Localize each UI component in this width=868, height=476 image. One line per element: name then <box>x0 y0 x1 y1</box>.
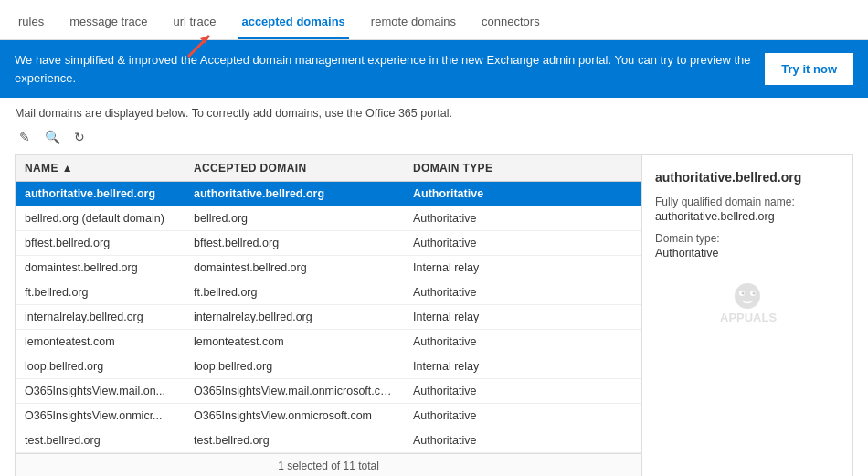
table-row[interactable]: authoritative.bellred.org authoritative.… <box>16 182 641 206</box>
detail-panel: authoritative.bellred.org Fully qualifie… <box>642 155 852 476</box>
cell-name: bftest.bellred.org <box>16 231 185 255</box>
cell-type: Authoritative <box>404 330 641 354</box>
sort-icon: ▲ <box>62 162 73 175</box>
cell-domain: O365InsightsView.onmicrosoft.com <box>185 404 404 428</box>
table-row[interactable]: test.bellred.org test.bellred.org Author… <box>16 428 641 453</box>
cell-domain: O365InsightsView.mail.onmicrosoft.com <box>185 379 404 403</box>
cell-domain: bftest.bellred.org <box>185 231 404 255</box>
cell-type: Authoritative <box>404 280 641 304</box>
appuals-watermark: APPUALS <box>655 278 840 326</box>
arrow-indicator <box>184 31 220 58</box>
domains-table: NAME ▲ ACCEPTED DOMAIN DOMAIN TYPE autho… <box>16 155 642 476</box>
fqdn-value: authoritative.bellred.org <box>655 210 840 223</box>
table-row[interactable]: loop.bellred.org loop.bellred.org Intern… <box>16 354 641 379</box>
fqdn-label: Fully qualified domain name: <box>655 196 840 208</box>
cell-name: O365InsightsView.mail.on... <box>16 379 185 403</box>
table-row[interactable]: lemonteatest.com lemonteatest.com Author… <box>16 330 641 354</box>
table-row[interactable]: O365InsightsView.mail.on... O365Insights… <box>16 379 641 404</box>
cell-type: Internal relay <box>404 256 641 280</box>
edit-button[interactable]: ✎ <box>15 127 35 147</box>
table-row[interactable]: ft.bellred.org ft.bellred.org Authoritat… <box>16 280 641 305</box>
cell-name: bellred.org (default domain) <box>16 206 185 230</box>
nav-tabs: rules message trace url trace accepted d… <box>0 0 868 40</box>
cell-domain: authoritative.bellred.org <box>185 182 404 206</box>
cell-name: test.bellred.org <box>16 428 185 452</box>
cell-name: authoritative.bellred.org <box>16 182 185 206</box>
cell-name: lemonteatest.com <box>16 330 185 354</box>
table-row[interactable]: domaintest.bellred.org domaintest.bellre… <box>16 256 641 280</box>
content-area: Mail domains are displayed below. To cor… <box>0 98 868 476</box>
info-banner: We have simplified & improved the Accept… <box>0 40 868 98</box>
cell-domain: ft.bellred.org <box>185 280 404 304</box>
cell-type: Authoritative <box>404 379 641 403</box>
tab-accepted-domains[interactable]: accepted domains <box>238 7 348 39</box>
cell-domain: lemonteatest.com <box>185 330 404 354</box>
tab-rules[interactable]: rules <box>15 7 48 39</box>
tab-remote-domains[interactable]: remote domains <box>367 7 460 39</box>
col-header-name: NAME ▲ <box>16 155 185 181</box>
cell-name: domaintest.bellred.org <box>16 256 185 280</box>
table-row[interactable]: internalrelay.bellred.org internalrelay.… <box>16 305 641 330</box>
type-label: Domain type: <box>655 232 840 245</box>
cell-type: Authoritative <box>404 404 641 428</box>
cell-name: ft.bellred.org <box>16 280 185 304</box>
cell-type: Authoritative <box>404 428 641 452</box>
toolbar: ✎ 🔍 ↻ <box>15 127 853 147</box>
tab-connectors[interactable]: connectors <box>478 7 544 39</box>
cell-domain: test.bellred.org <box>185 428 404 452</box>
type-value: Authoritative <box>655 247 840 259</box>
cell-type: Authoritative <box>404 182 641 206</box>
cell-type: Internal relay <box>404 354 641 378</box>
cell-type: Internal relay <box>404 305 641 329</box>
cell-domain: loop.bellred.org <box>185 354 404 378</box>
cell-name: O365InsightsView.onmicr... <box>16 404 185 428</box>
table-body: authoritative.bellred.org authoritative.… <box>16 182 641 453</box>
svg-point-2 <box>735 283 760 309</box>
svg-point-5 <box>742 292 745 295</box>
banner-message: We have simplified & improved the Accept… <box>15 53 751 85</box>
page-description: Mail domains are displayed below. To cor… <box>15 107 853 120</box>
svg-point-6 <box>753 292 756 295</box>
cell-type: Authoritative <box>404 206 641 230</box>
refresh-button[interactable]: ↻ <box>69 127 90 147</box>
col-header-domain: ACCEPTED DOMAIN <box>185 155 404 181</box>
cell-domain: bellred.org <box>185 206 404 230</box>
svg-text:APPUALS: APPUALS <box>720 311 777 323</box>
table-header: NAME ▲ ACCEPTED DOMAIN DOMAIN TYPE <box>16 155 641 182</box>
main-area: NAME ▲ ACCEPTED DOMAIN DOMAIN TYPE autho… <box>15 154 853 476</box>
try-it-now-button[interactable]: Try it now <box>765 53 853 85</box>
cell-type: Authoritative <box>404 231 641 255</box>
cell-domain: internalrelay.bellred.org <box>185 305 404 329</box>
detail-title: authoritative.bellred.org <box>655 170 840 185</box>
table-row[interactable]: O365InsightsView.onmicr... O365InsightsV… <box>16 404 641 428</box>
table-footer: 1 selected of 11 total <box>16 453 641 476</box>
cell-name: loop.bellred.org <box>16 354 185 378</box>
table-row[interactable]: bellred.org (default domain) bellred.org… <box>16 206 641 231</box>
table-row[interactable]: bftest.bellred.org bftest.bellred.org Au… <box>16 231 641 256</box>
search-button[interactable]: 🔍 <box>42 127 62 147</box>
col-header-type: DOMAIN TYPE <box>404 155 641 181</box>
cell-domain: domaintest.bellred.org <box>185 256 404 280</box>
tab-message-trace[interactable]: message trace <box>66 7 151 39</box>
cell-name: internalrelay.bellred.org <box>16 305 185 329</box>
